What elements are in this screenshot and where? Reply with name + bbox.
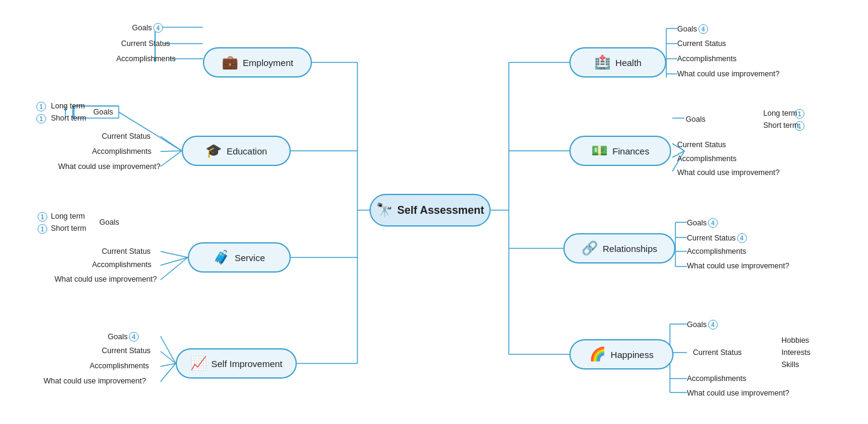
- leaf-badge: 4: [708, 218, 718, 228]
- leaf-item: Short term: [51, 114, 86, 122]
- leaf-text: Current Status: [687, 234, 736, 242]
- node-employment[interactable]: 💼Employment: [203, 47, 312, 78]
- leaf-text: Short term: [763, 121, 798, 130]
- leaf-text: Short term: [51, 224, 86, 233]
- leaf-text: Current Status: [677, 39, 726, 48]
- leaf-item: Short term: [51, 224, 86, 233]
- svg-line-7: [119, 112, 182, 151]
- svg-line-14: [161, 151, 182, 167]
- leaf-text: Goals: [686, 115, 706, 124]
- mindmap-canvas: 🔭Self Assessment💼EmploymentGoals4Current…: [0, 0, 868, 424]
- center-icon: 🔭: [376, 204, 393, 217]
- standalone-badge: 1: [36, 102, 46, 111]
- leaf-text: Accomplishments: [677, 154, 737, 163]
- happiness-icon: 🌈: [589, 348, 606, 361]
- leaf-text: What could use improvement?: [677, 70, 780, 78]
- leaf-text: Goals: [132, 24, 152, 32]
- svg-line-21: [161, 363, 176, 382]
- leaf-item: What could use improvement?: [677, 168, 780, 177]
- leaf-text: Accomplishments: [90, 362, 149, 370]
- leaf-text: Goals: [677, 25, 697, 33]
- leaf-text: Long term: [763, 109, 797, 118]
- leaf-item: Long term: [51, 212, 85, 220]
- leaf-text: Current Status: [102, 247, 151, 256]
- self_improvement-label: Self Improvement: [211, 359, 283, 369]
- leaf-item: Accomplishments: [116, 55, 176, 63]
- leaf-item: Goals: [686, 115, 706, 124]
- svg-line-19: [161, 351, 176, 363]
- leaf-item: Goals4: [677, 24, 708, 34]
- leaf-text: What could use improvement?: [55, 275, 157, 283]
- leaf-badge: 4: [708, 320, 718, 330]
- service-label: Service: [234, 253, 265, 263]
- leaf-text: What could use improvement?: [687, 262, 789, 270]
- education-label: Education: [227, 146, 267, 156]
- leaf-text: Goals: [687, 219, 707, 227]
- leaf-item: Accomplishments: [687, 374, 746, 383]
- leaf-text: Current Status: [121, 39, 170, 48]
- svg-line-15: [161, 251, 188, 257]
- self_improvement-icon: 📈: [190, 357, 207, 370]
- employment-icon: 💼: [222, 56, 238, 69]
- svg-line-13: [161, 151, 182, 151]
- leaf-item: Goals4: [108, 332, 139, 342]
- leaf-item: Current Status: [102, 247, 151, 256]
- leaf-item: Current Status: [102, 346, 151, 355]
- leaf-item: What could use improvement?: [687, 262, 789, 270]
- leaf-item: Current Status: [677, 141, 726, 149]
- leaf-item: Interests: [781, 348, 810, 357]
- leaf-text: Accomplishments: [116, 55, 176, 63]
- standalone-badge: 1: [38, 224, 47, 234]
- leaf-text: Short term: [51, 114, 86, 122]
- leaf-text: Current Status: [677, 141, 726, 149]
- standalone-badge: 1: [38, 212, 47, 222]
- health-label: Health: [615, 58, 641, 68]
- node-finances[interactable]: 💵Finances: [569, 136, 671, 166]
- leaf-item: Accomplishments: [92, 147, 151, 156]
- leaf-item: Skills: [781, 360, 799, 369]
- relationships-label: Relationships: [603, 243, 657, 254]
- leaf-item: What could use improvement?: [55, 275, 157, 283]
- leaf-badge: 4: [698, 24, 708, 34]
- leaf-item: Goals: [99, 218, 119, 227]
- center-label: Self Assessment: [397, 204, 484, 217]
- service-icon: 🧳: [213, 251, 230, 264]
- leaf-text: Current Status: [693, 348, 742, 357]
- leaf-text: Accomplishments: [687, 247, 746, 256]
- leaf-text: Accomplishments: [92, 147, 151, 156]
- node-relationships[interactable]: 🔗Relationships: [563, 233, 675, 263]
- node-self_improvement[interactable]: 📈Self Improvement: [176, 348, 297, 379]
- leaf-item: Goals4: [687, 320, 718, 330]
- leaf-text: Goals: [99, 218, 119, 227]
- leaf-item: Goals4: [687, 218, 718, 228]
- node-health[interactable]: 🏥Health: [569, 47, 666, 78]
- education-icon: 🎓: [205, 144, 222, 157]
- leaf-text: Current Status: [102, 132, 151, 141]
- leaf-text: What could use improvement?: [687, 389, 789, 397]
- leaf-item: What could use improvement?: [687, 389, 789, 397]
- leaf-item: Current Status: [677, 39, 726, 48]
- leaf-text: Accomplishments: [687, 374, 746, 383]
- node-service[interactable]: 🧳Service: [188, 242, 291, 273]
- svg-line-16: [161, 257, 188, 265]
- health-icon: 🏥: [594, 56, 611, 69]
- leaf-item: Accomplishments: [92, 260, 151, 269]
- leaf-text: Current Status: [102, 346, 151, 355]
- relationships-icon: 🔗: [581, 242, 598, 255]
- svg-line-17: [161, 257, 188, 280]
- leaf-text: Accomplishments: [677, 55, 737, 63]
- leaf-item: Accomplishments: [687, 247, 746, 256]
- leaf-item: Accomplishments: [90, 362, 149, 370]
- node-education[interactable]: 🎓Education: [182, 136, 291, 166]
- leaf-text: Goals: [93, 108, 113, 116]
- leaf-item: Current Status: [102, 132, 151, 141]
- leaf-badge: 4: [129, 332, 139, 342]
- leaf-text: What could use improvement?: [44, 377, 146, 385]
- svg-line-18: [161, 336, 176, 363]
- leaf-item: Goals: [93, 108, 113, 116]
- leaf-item: What could use improvement?: [677, 70, 780, 78]
- node-happiness[interactable]: 🌈Happiness: [569, 339, 674, 369]
- leaf-text: Interests: [781, 348, 810, 357]
- finances-label: Finances: [612, 146, 649, 156]
- node-center[interactable]: 🔭Self Assessment: [369, 194, 491, 227]
